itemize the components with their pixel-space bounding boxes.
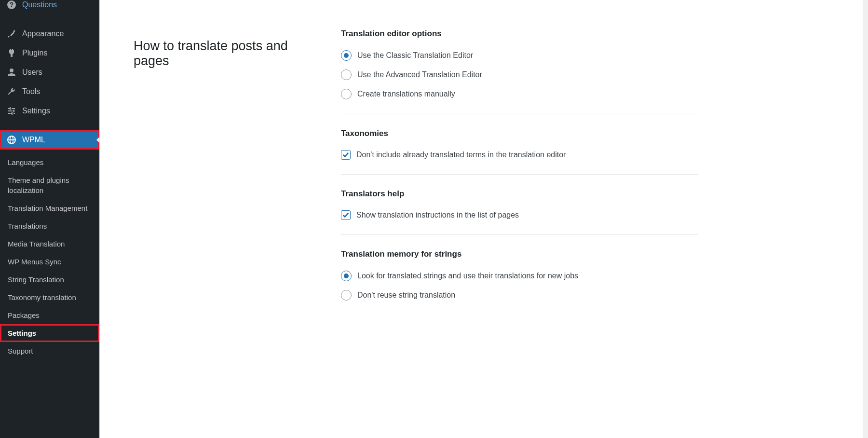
checkbox-label: Don't include already translated terms i… [356,151,566,159]
radio-icon [341,271,352,281]
page-heading: How to translate posts and pages [134,39,322,68]
main-content: How to translate posts and pages Transla… [99,0,863,438]
sidebar-item-tools[interactable]: Tools [0,82,99,101]
globe-icon [7,135,16,145]
help-icon [7,0,16,10]
radio-label: Create translations manually [357,90,455,98]
radio-icon [341,69,352,80]
sidebar-item-users[interactable]: Users [0,63,99,82]
section-title: Translation memory for strings [341,249,698,259]
sidebar-item-label: Questions [22,0,57,9]
submenu-item-languages[interactable]: Languages [0,153,99,171]
radio-lookup-strings[interactable]: Look for translated strings and use thei… [341,271,698,281]
radio-label: Use the Advanced Translation Editor [357,70,482,79]
checkbox-show-instructions[interactable]: Show translation instructions in the lis… [341,210,698,220]
brush-icon [7,29,16,39]
section-translators-help: Translators help Show translation instru… [341,189,698,235]
submenu-item-settings[interactable]: Settings [0,324,99,342]
radio-manual[interactable]: Create translations manually [341,89,698,99]
section-title: Translation editor options [341,29,698,39]
section-title: Translators help [341,189,698,199]
checkbox-exclude-translated-terms[interactable]: Don't include already translated terms i… [341,150,698,160]
sidebar-item-label: Plugins [22,49,47,57]
sidebar-item-label: Tools [22,87,40,96]
section-title: Taxonomies [341,129,698,138]
checkbox-icon [341,150,351,160]
sidebar-item-label: Appearance [22,29,64,38]
submenu-item-theme-localization[interactable]: Theme and plugins localization [0,171,99,199]
sidebar-item-plugins[interactable]: Plugins [0,43,99,63]
checkbox-label: Show translation instructions in the lis… [356,211,519,219]
checkbox-icon [341,210,351,220]
plug-icon [7,48,16,58]
radio-label: Look for translated strings and use thei… [357,272,578,280]
sidebar-item-questions[interactable]: Questions [0,0,99,14]
radio-no-reuse[interactable]: Don't reuse string translation [341,290,698,301]
radio-classic-editor[interactable]: Use the Classic Translation Editor [341,50,698,61]
sidebar-submenu: Languages Theme and plugins localization… [0,150,99,364]
submenu-item-translations[interactable]: Translations [0,217,99,235]
submenu-item-translation-management[interactable]: Translation Management [0,199,99,217]
radio-icon [341,50,352,61]
sliders-icon [7,106,16,116]
user-icon [7,68,16,77]
sidebar-item-label: Users [22,68,42,77]
wrench-icon [7,87,16,96]
radio-label: Use the Classic Translation Editor [357,51,473,60]
submenu-item-packages[interactable]: Packages [0,306,99,324]
radio-advanced-editor[interactable]: Use the Advanced Translation Editor [341,69,698,80]
radio-icon [341,290,352,301]
section-translation-editor-options: Translation editor options Use the Class… [341,29,698,114]
sidebar-item-settings[interactable]: Settings [0,101,99,121]
submenu-item-support[interactable]: Support [0,342,99,360]
section-taxonomies: Taxonomies Don't include already transla… [341,129,698,175]
sidebar-item-label: Settings [22,107,50,115]
admin-sidebar: Questions Appearance Plugins Users [0,0,99,438]
radio-icon [341,89,352,99]
sidebar-item-appearance[interactable]: Appearance [0,24,99,43]
submenu-item-wp-menus-sync[interactable]: WP Menus Sync [0,253,99,271]
sidebar-item-label: WPML [22,136,45,144]
submenu-item-string-translation[interactable]: String Translation [0,271,99,288]
sidebar-item-wpml[interactable]: WPML [0,130,99,150]
submenu-item-taxonomy-translation[interactable]: Taxonomy translation [0,288,99,306]
submenu-item-media-translation[interactable]: Media Translation [0,235,99,253]
section-translation-memory: Translation memory for strings Look for … [341,249,698,315]
radio-label: Don't reuse string translation [357,291,455,300]
